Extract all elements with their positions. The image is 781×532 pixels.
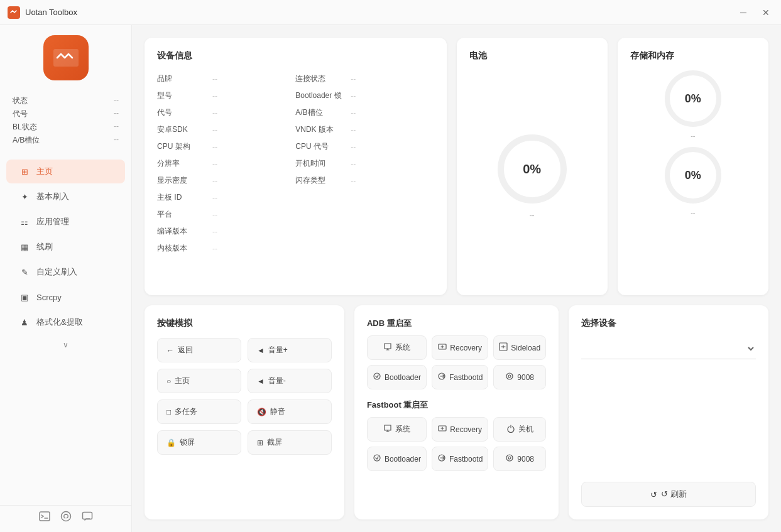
fastbootd-adb-icon <box>437 372 446 383</box>
flash-icon: ✦ <box>19 191 30 202</box>
key-mute-button[interactable]: 🔇 静音 <box>248 399 332 424</box>
sidebar-item-custom-label: 自定义刷入 <box>36 266 77 278</box>
fastboot-9008-button[interactable]: 9008 <box>493 447 546 471</box>
svg-point-3 <box>61 512 70 521</box>
vol-up-icon: ◄ <box>257 346 265 355</box>
memory-circle: 0% <box>665 147 721 204</box>
select-device-card: 选择设备 ↺ ↺ 刷新 <box>569 305 768 519</box>
window-controls: ─ ✕ <box>736 5 773 20</box>
battery-card: 电池 0% -- <box>457 38 608 295</box>
fastboot-fastbootd-button[interactable]: Fastbootd <box>432 447 488 471</box>
app-body: 状态 -- 代号 -- BL状态 -- A/B槽位 -- ⊞ 主页 ✦ <box>0 25 781 532</box>
github-button[interactable] <box>60 511 72 522</box>
key-back-button[interactable]: ← 返回 <box>157 338 241 362</box>
fastboot-system-button[interactable]: 系统 <box>367 417 427 442</box>
status-key-codename: 代号 <box>13 109 28 119</box>
refresh-label: ↺ 刷新 <box>661 489 687 500</box>
vol-dn-icon: ◄ <box>257 377 265 386</box>
adb-btn-grid: 系统 Recovery Sideload <box>367 335 546 389</box>
sidebar-item-custom[interactable]: ✎ 自定义刷入 <box>6 260 125 284</box>
fastboot-btn-grid: 系统 Recovery 关机 <box>367 417 546 471</box>
battery-title: 电池 <box>469 50 595 62</box>
fastboot-recovery-button[interactable]: Recovery <box>432 417 488 442</box>
app-title: Uotan Toolbox <box>25 8 736 17</box>
refresh-icon: ↺ <box>650 490 657 499</box>
fastbootd-fb-icon <box>437 453 446 464</box>
adb-9008-button[interactable]: 9008 <box>493 365 546 389</box>
device-row-build: 编译版本 -- <box>157 223 295 240</box>
key-volup-button[interactable]: ◄ 音量+ <box>248 338 332 362</box>
chat-button[interactable] <box>82 511 93 522</box>
logo-box <box>43 35 89 80</box>
battery-percent: 0% <box>523 162 541 176</box>
sidebar-item-scrcpy[interactable]: ▣ Scrcpy <box>6 285 125 309</box>
storage-section-2: 0% -- <box>630 147 756 216</box>
bootloader-adb-icon <box>373 372 381 383</box>
home-key-icon: ○ <box>167 377 171 386</box>
device-row-sdk: 安卓SDK -- <box>157 121 295 138</box>
status-row-bl: BL状态 -- <box>13 122 119 133</box>
tasks-icon: □ <box>167 408 171 416</box>
storage-percent: 0% <box>685 92 701 106</box>
memory-label: -- <box>691 209 695 216</box>
key-tasks-button[interactable]: □ 多任务 <box>157 399 241 424</box>
memory-percent: 0% <box>685 169 701 182</box>
sidebar-item-app-label: 应用管理 <box>36 216 69 227</box>
status-val-codename: -- <box>114 109 119 119</box>
adb-fastbootd-button[interactable]: Fastbootd <box>432 365 488 389</box>
sidebar-item-flash[interactable]: ✦ 基本刷入 <box>6 185 125 209</box>
key-screenshot-button[interactable]: ⊞ 截屏 <box>248 430 332 455</box>
sidebar-item-app[interactable]: ⚏ 应用管理 <box>6 210 125 234</box>
select-device-title: 选择设备 <box>581 318 756 329</box>
adb-restart-title: ADB 重启至 <box>367 318 546 329</box>
main-content: 设备信息 品牌 -- 型号 -- 代号 -- <box>132 25 781 532</box>
sidebar-item-format[interactable]: ♟ 格式化&提取 <box>6 310 125 334</box>
sidebar-item-flash-label: 基本刷入 <box>36 191 69 202</box>
minimize-button[interactable]: ─ <box>736 5 751 20</box>
close-button[interactable]: ✕ <box>758 5 773 20</box>
sidebar-item-wire-label: 线刷 <box>36 241 53 252</box>
sidebar-item-home-label: 主页 <box>36 166 53 177</box>
adb-system-button[interactable]: 系统 <box>367 335 427 360</box>
bootloader-fb-icon <box>373 453 381 464</box>
sidebar-item-scrcpy-label: Scrcpy <box>36 293 62 302</box>
device-right-col: 连接状态 -- Bootloader 锁 -- A/B槽位 -- VNDK <box>295 70 434 257</box>
device-row-res: 分辨率 -- <box>157 155 295 172</box>
key-voldn-button[interactable]: ◄ 音量- <box>248 369 332 393</box>
adb-recovery-button[interactable]: Recovery <box>432 335 488 360</box>
storage-title: 存储和内存 <box>630 50 756 62</box>
device-row-dpi: 显示密度 -- <box>157 172 295 189</box>
adb-bootloader-button[interactable]: Bootloader <box>367 365 427 389</box>
status-key-state: 状态 <box>13 95 28 106</box>
key-home-button[interactable]: ○ 主页 <box>157 369 241 393</box>
refresh-button[interactable]: ↺ ↺ 刷新 <box>581 482 756 507</box>
device-row-flash: 闪存类型 -- <box>295 172 434 189</box>
battery-status: -- <box>530 211 535 220</box>
device-row-bl: Bootloader 锁 -- <box>295 87 434 104</box>
device-info-grid: 品牌 -- 型号 -- 代号 -- 安卓SDK <box>157 70 434 257</box>
terminal-button[interactable] <box>39 511 50 522</box>
expand-button[interactable]: ∨ <box>0 338 131 352</box>
sidebar-status: 状态 -- 代号 -- BL状态 -- A/B槽位 -- <box>0 90 131 153</box>
battery-circle: 0% <box>498 134 567 204</box>
status-key-ab: A/B槽位 <box>13 135 40 146</box>
home-icon: ⊞ <box>19 166 30 177</box>
key-lock-button[interactable]: 🔒 锁屏 <box>157 430 241 455</box>
device-dropdown[interactable] <box>581 338 756 359</box>
fastboot-power-button[interactable]: 关机 <box>493 417 546 442</box>
fastboot-system-icon <box>383 424 392 435</box>
svg-point-14 <box>506 455 513 461</box>
status-val-state: -- <box>114 95 119 106</box>
adb-sideload-button[interactable]: Sideload <box>493 335 546 360</box>
custom-icon: ✎ <box>19 266 30 278</box>
sidebar-item-home[interactable]: ⊞ 主页 <box>6 160 125 183</box>
device-row-platform: 平台 -- <box>157 206 295 223</box>
recovery-adb-icon <box>438 342 447 353</box>
key-sim-title: 按键模拟 <box>157 318 332 329</box>
sidebar-item-wire[interactable]: ▦ 线刷 <box>6 235 125 259</box>
app-icon-nav: ⚏ <box>19 216 30 227</box>
power-icon <box>506 424 515 435</box>
lock-icon: 🔒 <box>167 438 176 447</box>
top-row: 设备信息 品牌 -- 型号 -- 代号 -- <box>145 38 768 295</box>
fastboot-bootloader-button[interactable]: Bootloader <box>367 447 427 471</box>
